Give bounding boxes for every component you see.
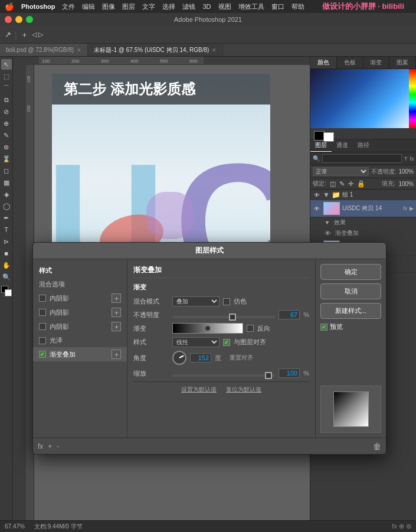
tool-eraser[interactable]: ◻ (1, 165, 12, 176)
cancel-button[interactable]: 取消 (320, 283, 381, 299)
tool-path-select[interactable]: ⊳ (1, 236, 12, 247)
tool-healing[interactable]: ⊕ (1, 118, 12, 129)
align-checkbox[interactable]: ✓ (223, 339, 230, 346)
tab-pattern[interactable]: 图案 (389, 57, 416, 68)
blend-mode-select-dialog[interactable]: 叠加 正常 溶解 正片叠底 滤色 (172, 296, 220, 306)
background-color-swatch[interactable] (323, 132, 334, 142)
tool-select[interactable]: ⬚ (1, 71, 12, 81)
tab-boli-close[interactable]: ✕ (77, 47, 81, 53)
menu-plugins[interactable]: 增效工具 (238, 2, 264, 11)
gradient-overlay-checkbox[interactable]: ✓ (39, 351, 46, 358)
tool-gradient[interactable]: ▦ (1, 177, 12, 188)
inner-shadow-1-add[interactable]: ＋ (112, 293, 121, 303)
tool-crop[interactable]: ⧉ (1, 94, 12, 105)
lock-transparent-icon[interactable]: ◫ (330, 180, 336, 188)
blend-mode-select[interactable]: 正常 叠加 (313, 167, 369, 176)
menu-edit[interactable]: 编辑 (82, 2, 95, 11)
eye-icon[interactable]: 👁 (313, 205, 321, 212)
scale-slider-thumb[interactable] (265, 372, 272, 379)
effect-visibility-icon[interactable]: 👁 (325, 230, 331, 237)
menu-file[interactable]: 文件 (62, 2, 75, 11)
gloss-checkbox[interactable] (39, 337, 46, 344)
inner-shadow-2-add[interactable]: ＋ (112, 308, 121, 317)
tab-swatches[interactable]: 色板 (337, 57, 363, 68)
menu-layer[interactable]: 图层 (122, 2, 135, 11)
inner-shadow-2-checkbox[interactable] (39, 309, 46, 316)
dialog-inner-shadow-2[interactable]: 内阴影 ＋ (33, 305, 127, 319)
tab-untitled[interactable]: 未标题-1 @ 67.5% (UiSDC 拷贝 14, RGB/8) ✕ (88, 44, 223, 56)
kind-filter-icon[interactable]: T (404, 156, 408, 162)
scale-slider-track[interactable] (172, 374, 275, 377)
layer-fx-expand[interactable]: ▶ (410, 205, 414, 211)
menu-filter[interactable]: 滤镜 (182, 2, 195, 11)
gradient-overlay-add[interactable]: ＋ (112, 350, 121, 359)
footer-add-icon[interactable]: + (48, 442, 52, 451)
color-checkbox[interactable] (223, 298, 230, 305)
ok-button[interactable]: 确定 (320, 264, 381, 280)
lock-position-icon[interactable]: ✛ (348, 180, 353, 188)
fx-filter-icon[interactable]: fx (410, 156, 414, 162)
opacity-value[interactable]: 100% (398, 168, 414, 175)
layer-gradient-overlay[interactable]: 👁 渐变叠加 (310, 228, 416, 239)
menu-image[interactable]: 图像 (102, 2, 115, 11)
tool-dodge[interactable]: ◯ (1, 201, 12, 211)
set-default-btn[interactable]: 设置为默认值 (181, 386, 217, 394)
new-style-button[interactable]: 新建样式... (320, 303, 381, 319)
style-select[interactable]: 线性 径向 角度 反射 菱形 (172, 337, 220, 347)
tool-hand[interactable]: ✋ (1, 260, 12, 270)
tab-untitled-close[interactable]: ✕ (212, 47, 217, 53)
preview-checkbox[interactable]: ✓ (320, 324, 327, 331)
minimize-button[interactable] (15, 16, 22, 23)
tool-lasso[interactable]: ⌒ (1, 83, 12, 93)
footer-minus-icon[interactable]: - (57, 442, 59, 451)
layer-group-1[interactable]: 👁 ▼ 📁 组 1 (310, 190, 416, 200)
tool-brush[interactable]: ✎ (1, 130, 12, 141)
tool-shape[interactable]: ■ (1, 248, 12, 259)
tool-pen[interactable]: ✒ (1, 213, 12, 223)
reverse-checkbox[interactable] (247, 325, 254, 332)
apple-icon[interactable]: 🍎 (5, 2, 14, 11)
inner-shadow-1-checkbox[interactable] (39, 295, 46, 302)
footer-fx-icon[interactable]: fx (38, 442, 43, 451)
menu-window[interactable]: 窗口 (271, 2, 284, 11)
maximize-button[interactable] (26, 16, 33, 23)
foreground-background-colors[interactable] (1, 286, 12, 296)
dialog-inner-shadow-3[interactable]: 内阴影 ＋ (33, 319, 127, 334)
opacity-slider-thumb[interactable] (229, 314, 236, 321)
opacity-input[interactable] (279, 310, 300, 319)
tool-blur[interactable]: ◈ (1, 189, 12, 200)
menu-3d[interactable]: 3D (202, 3, 211, 10)
toolbar-icon-nav[interactable]: ◁ ▷ (32, 31, 43, 38)
layer-effects-group[interactable]: ▼ 效果 (310, 217, 416, 228)
tool-history[interactable]: ⌛ (1, 154, 12, 164)
eye-icon[interactable]: 👁 (313, 192, 321, 198)
fill-value[interactable]: 100% (398, 181, 414, 187)
tab-color[interactable]: 颜色 (310, 57, 337, 68)
inner-shadow-3-add[interactable]: ＋ (112, 322, 121, 331)
tab-gradient[interactable]: 渐变 (363, 57, 390, 68)
footer-trash-icon[interactable]: 🗑 (373, 442, 381, 451)
dialog-inner-shadow-1[interactable]: 内阴影 ＋ (33, 291, 127, 305)
gradient-bar[interactable] (172, 323, 243, 334)
angle-dial[interactable] (172, 351, 186, 365)
tab-boli[interactable]: boli.psd @ 72.8%(RGB/8) ✕ (0, 44, 88, 56)
reset-angle-label[interactable]: 重置对齐 (230, 354, 253, 362)
menu-select[interactable]: 选择 (162, 2, 175, 11)
lock-all-icon[interactable]: 🔒 (357, 180, 365, 188)
toolbar-icon-plus[interactable]: ＋ (21, 30, 28, 40)
layer-search-input[interactable] (322, 154, 402, 163)
lock-paint-icon[interactable]: ✎ (339, 180, 345, 188)
dialog-gloss[interactable]: 光泽 (33, 334, 127, 347)
opacity-slider-track[interactable] (172, 316, 275, 318)
scale-input[interactable] (279, 368, 300, 378)
dialog-gradient-overlay[interactable]: ✓ 渐变叠加 ＋ (33, 347, 127, 361)
toolbar-icon-arrow[interactable]: ↗ (5, 30, 11, 39)
group-arrow-icon[interactable]: ▼ (323, 191, 330, 199)
reset-default-btn[interactable]: 复位为默认值 (226, 386, 261, 394)
menu-view[interactable]: 视图 (218, 2, 231, 11)
tool-zoom[interactable]: 🔍 (1, 272, 12, 282)
inner-shadow-3-checkbox[interactable] (39, 323, 46, 330)
close-button[interactable] (5, 16, 12, 23)
tool-eyedropper[interactable]: ⊘ (1, 106, 12, 117)
dialog-blend-options[interactable]: 混合选项 (33, 278, 127, 291)
